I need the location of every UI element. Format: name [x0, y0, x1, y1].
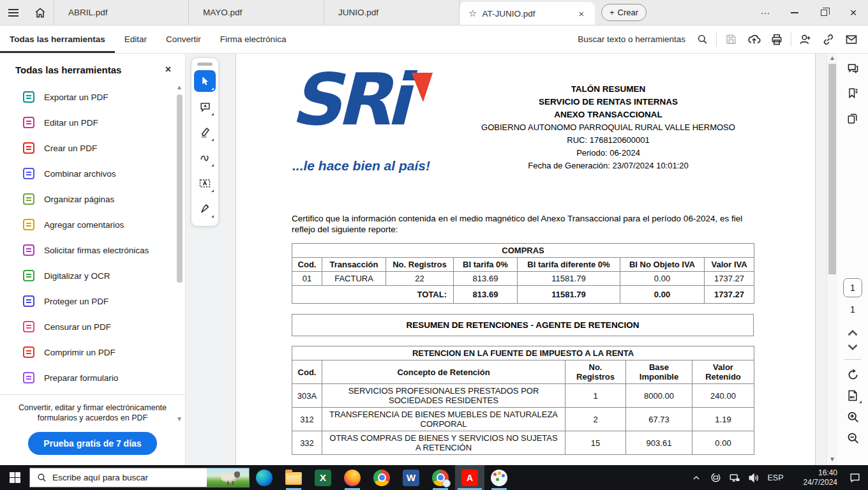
minimize-button[interactable]: [780, 0, 809, 25]
cloud-upload-icon: [747, 33, 761, 46]
sign-tool-button[interactable]: [194, 198, 216, 219]
previous-page-button[interactable]: [844, 326, 861, 340]
taskbar-word[interactable]: W: [396, 465, 426, 490]
create-tab-button[interactable]: + Crear: [601, 4, 647, 21]
document-scrollbar[interactable]: ▲ ▼: [827, 54, 837, 465]
tab-mayo[interactable]: MAYO.pdf: [189, 0, 324, 25]
start-button[interactable]: [0, 465, 29, 490]
taskbar-search-input[interactable]: [52, 473, 186, 482]
tool-agregar-comentarios[interactable]: Agregar comentarios: [0, 212, 185, 237]
zoom-in-button[interactable]: [843, 407, 862, 426]
tab-junio[interactable]: JUNIO.pdf: [324, 0, 460, 25]
action-center-button[interactable]: [841, 465, 868, 490]
text-box-icon: [198, 177, 211, 189]
meet-now-button[interactable]: [706, 465, 725, 490]
tools-panel-scrollbar[interactable]: ▲ ▼: [175, 84, 184, 384]
page-thumbnails-button[interactable]: [841, 107, 864, 130]
restore-button[interactable]: [809, 0, 839, 25]
menu-firma-electronica[interactable]: Firma electrónica: [211, 26, 296, 53]
tool-combinar-archivos[interactable]: Combinar archivos: [0, 161, 185, 186]
scroll-up-icon[interactable]: ▲: [827, 54, 837, 63]
tab-close-icon[interactable]: ×: [576, 8, 587, 19]
tab-label: ABRIL.pdf: [68, 8, 108, 17]
tab-abril[interactable]: ABRIL.pdf: [54, 0, 189, 25]
tool-comprimir-un-pdf[interactable]: Comprimir un PDF: [0, 339, 185, 365]
scroll-down-icon[interactable]: ▼: [827, 455, 837, 464]
add-comment-tool-button[interactable]: [194, 96, 216, 117]
home-button[interactable]: [27, 0, 54, 25]
text-box-tool-button[interactable]: [194, 172, 216, 194]
menu-label: Firma electrónica: [220, 34, 287, 44]
taskbar-chrome[interactable]: [367, 465, 396, 490]
scroll-up-icon[interactable]: ▲: [175, 84, 184, 91]
tool-organizar-paginas[interactable]: Organizar páginas: [0, 186, 185, 212]
tool-crear-un-pdf[interactable]: Crear un PDF: [0, 135, 185, 161]
share-people-button[interactable]: [794, 28, 817, 51]
save-button[interactable]: [719, 28, 742, 51]
taskbar-paint[interactable]: [484, 465, 514, 490]
menu-editar[interactable]: Editar: [115, 26, 156, 53]
upload-cloud-button[interactable]: [742, 28, 765, 51]
email-button[interactable]: [840, 28, 863, 51]
network-button[interactable]: [725, 465, 744, 490]
bookmarks-panel-button[interactable]: [841, 82, 864, 105]
notification-icon: [849, 471, 861, 484]
taskbar-edge[interactable]: [250, 465, 279, 490]
taskbar-excel[interactable]: X: [308, 465, 338, 490]
volume-button[interactable]: [744, 465, 763, 490]
zoom-out-button[interactable]: [843, 428, 862, 447]
create-label: Crear: [618, 8, 639, 17]
page-display-button[interactable]: [843, 386, 862, 405]
next-page-button[interactable]: [844, 340, 861, 354]
taskbar-acrobat-active[interactable]: A: [455, 465, 484, 490]
select-tool-button[interactable]: [194, 70, 216, 92]
header-line: RUC: 1768120600001: [407, 134, 809, 147]
taskbar-file-explorer[interactable]: [279, 465, 308, 490]
clock[interactable]: 16:40 24/7/2024: [793, 468, 837, 487]
camera-icon: [710, 471, 722, 484]
close-window-button[interactable]: ×: [839, 0, 868, 25]
language-indicator[interactable]: ESP: [763, 465, 788, 490]
search-text-label[interactable]: Buscar texto o herramientas: [578, 34, 685, 44]
tool-preparar-formulario[interactable]: Preparar formulario: [0, 365, 185, 390]
scrollbar-thumb[interactable]: [828, 64, 836, 274]
tool-editar-un-pdf[interactable]: Editar un PDF: [0, 110, 185, 135]
zoom-in-icon: [846, 410, 860, 424]
tool-solicitar-firmas[interactable]: Solicitar firmas electrónicas: [0, 237, 185, 263]
print-button[interactable]: [765, 28, 788, 51]
drag-handle[interactable]: [197, 63, 213, 66]
comments-panel-button[interactable]: [841, 56, 864, 79]
favorite-star-icon[interactable]: ☆: [468, 8, 477, 19]
tools-panel-close-icon[interactable]: ×: [165, 64, 171, 75]
taskbar-search-box[interactable]: [29, 468, 250, 487]
tool-censurar-un-pdf[interactable]: Censurar un PDF: [0, 314, 185, 339]
share-link-button[interactable]: [817, 28, 840, 51]
tool-exportar-un-pdf[interactable]: Exportar un PDF: [0, 84, 185, 110]
ethernet-icon: [728, 471, 741, 484]
scroll-down-icon[interactable]: ▼: [175, 416, 184, 422]
app-menu-button[interactable]: [0, 0, 27, 25]
search-highlight-image[interactable]: [207, 468, 249, 487]
tool-proteger-un-pdf[interactable]: Proteger un PDF: [0, 288, 185, 314]
menu-convertir[interactable]: Convertir: [156, 26, 211, 53]
tool-label: Digitalizar y OCR: [44, 271, 110, 281]
taskbar-chrome-profile[interactable]: [426, 465, 455, 490]
language-label: ESP: [767, 473, 783, 482]
rotate-refresh-button[interactable]: [843, 365, 862, 384]
taskbar-firefox[interactable]: [338, 465, 367, 490]
scrollbar-thumb[interactable]: [177, 94, 183, 283]
search-button[interactable]: [691, 28, 714, 51]
draw-tool-button[interactable]: [194, 147, 216, 168]
free-trial-button[interactable]: Prueba gratis de 7 días: [28, 432, 156, 455]
tab-at-junio-active[interactable]: ☆ AT-JUNIO.pdf ×: [460, 2, 595, 25]
header-line: TALÓN RESUMEN: [407, 83, 809, 96]
tool-label: Solicitar firmas electrónicas: [44, 246, 149, 255]
hidden-icons-button[interactable]: [687, 465, 706, 490]
menu-todas-las-herramientas[interactable]: Todas las herramientas: [0, 26, 115, 53]
more-options-button[interactable]: ···: [751, 0, 780, 25]
page-number-input[interactable]: 1: [843, 278, 862, 297]
word-icon: W: [403, 470, 419, 486]
tool-digitalizar-ocr[interactable]: Digitalizar y OCR: [0, 263, 185, 288]
link-icon: [822, 33, 835, 46]
highlight-tool-button[interactable]: [194, 121, 216, 143]
